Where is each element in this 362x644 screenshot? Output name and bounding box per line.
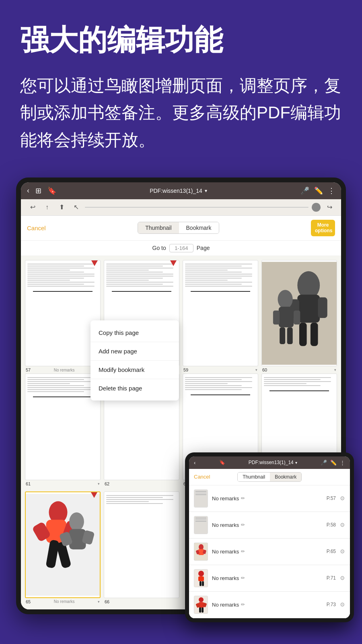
bookmark-list: No remarks ✏ P.57 ⚙ xyxy=(189,485,350,618)
bookmark-item-57[interactable]: No remarks ✏ P.57 ⚙ xyxy=(189,485,350,512)
svg-rect-6 xyxy=(311,322,318,346)
bm-settings-57[interactable]: ⚙ xyxy=(340,495,345,502)
title-chevron[interactable]: ▾ xyxy=(205,188,207,194)
bookmark-item-71[interactable]: No remarks ✏ P.71 ⚙ xyxy=(189,565,350,592)
menu-modify-bookmark[interactable]: Modify bookmark xyxy=(90,361,179,379)
thumb-footer-61: 61 ▾ xyxy=(25,480,101,487)
toolbar-cursor[interactable]: ↖ xyxy=(70,202,82,213)
bm-edit-73[interactable]: ✏ xyxy=(241,602,245,607)
bm-page-71: P.71 xyxy=(327,575,336,581)
toolbar-circle[interactable] xyxy=(312,203,321,212)
illustration-60 xyxy=(262,260,337,366)
secondary-pdf-title: PDF:wissen13(1)_14 ▾ xyxy=(249,460,297,465)
thumb-item-61[interactable]: 61 ▾ xyxy=(25,374,101,487)
pdf-header: ‹ ⊞ 🔖 PDF:wissen13(1)_14 ▾ 🎤 ✏️ ⋮ xyxy=(21,182,341,199)
secondary-title-chevron[interactable]: ▾ xyxy=(295,460,297,465)
pen-icon[interactable]: ✏️ xyxy=(314,186,323,195)
thumb-item-60[interactable]: 60 ▾ xyxy=(261,260,337,374)
goto-bar: Go to 1-164 Page xyxy=(21,241,341,256)
secondary-back-icon[interactable]: ‹ xyxy=(194,460,195,466)
thumb-page-65 xyxy=(25,491,101,598)
back-icon[interactable]: ‹ xyxy=(27,186,29,195)
tab-bookmark[interactable]: Bookmark xyxy=(179,222,219,233)
bookmark-icon[interactable]: 🔖 xyxy=(47,186,56,195)
svg-rect-31 xyxy=(198,576,204,581)
pdf-header-right: 🎤 ✏️ ⋮ xyxy=(300,186,335,195)
thumb-footer-65: 65 No remarks ▾ xyxy=(25,598,101,605)
bm-label-73: No remarks xyxy=(212,602,239,608)
thumb-item-57[interactable]: 57 No remarks ▾ xyxy=(25,260,101,374)
svg-rect-32 xyxy=(200,581,202,586)
secondary-pen-icon[interactable]: ✏️ xyxy=(330,460,337,466)
thumb-footer-59: 59 ▾ xyxy=(183,366,258,374)
secondary-title-text: PDF:wissen13(1)_14 xyxy=(249,460,294,465)
bm-label-58: No remarks xyxy=(212,522,239,528)
secondary-bookmark-icon[interactable]: 🔖 xyxy=(219,460,225,465)
bm-thumb-73 xyxy=(194,596,208,614)
secondary-tab-thumbnail[interactable]: Thumbnail xyxy=(238,473,270,481)
thumb-item-59[interactable]: 59 ▾ xyxy=(183,260,258,374)
more-options-button[interactable]: More options xyxy=(311,220,335,236)
bm-edit-71[interactable]: ✏ xyxy=(241,575,245,581)
thumb-page-66 xyxy=(104,491,179,598)
main-title: 强大的编辑功能 xyxy=(20,24,342,56)
bm-settings-73[interactable]: ⚙ xyxy=(340,601,345,608)
bookmark-item-73[interactable]: No remarks ✏ P.73 ⚙ xyxy=(189,592,350,618)
bm-info-71: No remarks ✏ xyxy=(212,575,323,581)
grid-icon[interactable]: ⊞ xyxy=(35,186,41,195)
bm-edit-58[interactable]: ✏ xyxy=(241,522,245,528)
thumb-bookmark-65 xyxy=(91,492,97,498)
bm-thumb-57 xyxy=(194,489,208,508)
secondary-more-icon[interactable]: ⋮ xyxy=(340,460,345,466)
toolbar-up2[interactable]: ⬆ xyxy=(56,202,67,213)
secondary-mic-icon[interactable]: 🎤 xyxy=(321,460,327,466)
bm-settings-58[interactable]: ⚙ xyxy=(340,522,345,528)
toolbar-divider xyxy=(85,207,309,208)
svg-point-7 xyxy=(278,290,293,309)
bm-illustration-71 xyxy=(194,570,208,587)
thumb-item-66[interactable]: 66 xyxy=(104,491,179,605)
bm-edit-57[interactable]: ✏ xyxy=(241,495,245,501)
svg-rect-9 xyxy=(273,310,280,324)
thumb-footer-60: 60 ▾ xyxy=(261,366,337,374)
bm-settings-65[interactable]: ⚙ xyxy=(340,548,345,555)
secondary-header-icons: 🎤 ✏️ ⋮ xyxy=(321,460,345,466)
page-label: Page xyxy=(197,245,210,251)
page-input[interactable]: 1-164 xyxy=(169,244,193,252)
svg-rect-12 xyxy=(287,327,293,344)
bookmark-item-65[interactable]: No remarks ✏ P.65 ⚙ xyxy=(189,539,350,565)
thumb-lines-59 xyxy=(183,260,258,291)
menu-delete-page[interactable]: Delete this page xyxy=(90,379,179,397)
bm-settings-71[interactable]: ⚙ xyxy=(340,575,345,581)
tab-thumbnail[interactable]: Thumbnail xyxy=(138,222,179,233)
bm-label-57: No remarks xyxy=(212,495,239,502)
mic-icon[interactable]: 🎤 xyxy=(300,186,309,195)
toolbar-redo[interactable]: ↪ xyxy=(324,202,335,213)
bm-label-71: No remarks xyxy=(212,575,239,581)
context-menu: Copy this page Add new page Modify bookm… xyxy=(90,320,179,400)
thumb-page-61 xyxy=(25,374,101,480)
secondary-tab-bookmark[interactable]: Bookmark xyxy=(270,473,301,481)
toolbar-up[interactable]: ↑ xyxy=(41,202,53,213)
bm-edit-65[interactable]: ✏ xyxy=(241,549,245,554)
menu-copy-page[interactable]: Copy this page xyxy=(90,324,179,342)
pdf-title-text: PDF:wissen13(1)_14 xyxy=(150,188,202,194)
thumb-page-57 xyxy=(25,260,101,367)
svg-rect-10 xyxy=(294,310,300,324)
thumb-item-65[interactable]: 65 No remarks ▾ xyxy=(25,491,101,605)
header-section: 强大的编辑功能 您可以通过鸟瞰图增删页面，调整页序，复制或添加书签备注。更多高级… xyxy=(0,0,362,165)
bm-info-65: No remarks ✏ xyxy=(212,549,323,555)
cancel-button[interactable]: Cancel xyxy=(27,225,46,231)
secondary-pdf-header: ‹ 🔖 PDF:wissen13(1)_14 ▾ 🎤 ✏️ ⋮ xyxy=(189,456,350,469)
secondary-cancel-button[interactable]: Cancel xyxy=(194,474,210,480)
more-icon[interactable]: ⋮ xyxy=(328,186,335,195)
tablet-secondary-screen: ‹ 🔖 PDF:wissen13(1)_14 ▾ 🎤 ✏️ ⋮ Cancel T… xyxy=(189,456,350,618)
bookmark-item-58[interactable]: No remarks ✏ P.58 ⚙ xyxy=(189,512,350,539)
thumb-footer-66: 66 xyxy=(104,598,179,605)
toolbar-undo[interactable]: ↩ xyxy=(27,202,38,213)
secondary-view-bar: Cancel Thumbnail Bookmark xyxy=(189,469,350,485)
pdf-title: PDF:wissen13(1)_14 ▾ xyxy=(150,188,207,194)
goto-label: Go to xyxy=(152,245,166,251)
menu-add-page[interactable]: Add new page xyxy=(90,342,179,361)
svg-rect-2 xyxy=(297,294,320,322)
